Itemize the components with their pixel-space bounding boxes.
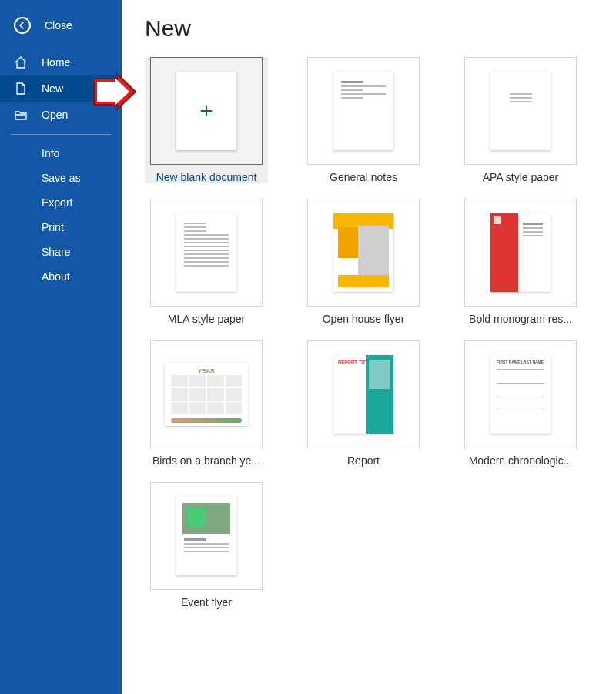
- template-label: Modern chronologic...: [459, 454, 582, 467]
- template-label: General notes: [302, 171, 425, 183]
- calendar-title: YEAR: [165, 367, 248, 374]
- callout-arrow-icon: [85, 72, 139, 113]
- close-button[interactable]: Close: [0, 0, 122, 49]
- nav-item-saveas[interactable]: Save as: [0, 166, 122, 190]
- template-thumb: FIRST NAME LAST NAME: [464, 340, 577, 448]
- sidebar: Close Home New: [0, 0, 122, 694]
- template-label: Birds on a branch ye...: [145, 454, 268, 467]
- nav-label: New: [42, 82, 63, 95]
- back-arrow-icon: [14, 17, 31, 34]
- template-thumb: [464, 57, 577, 165]
- sidebar-divider: [11, 134, 111, 135]
- template-label: New blank document: [145, 171, 268, 183]
- nav-item-home[interactable]: Home: [0, 49, 122, 75]
- template-thumb: [150, 199, 263, 307]
- template-gallery: + New blank document General notes: [145, 57, 601, 609]
- new-doc-icon: [14, 82, 28, 96]
- plus-icon: +: [199, 98, 213, 124]
- template-birds-calendar[interactable]: YEAR Birds on a branch ye...: [145, 340, 268, 467]
- template-mla[interactable]: MLA style paper: [145, 199, 268, 325]
- template-label: Bold monogram res...: [459, 313, 582, 325]
- nav-label: Home: [42, 56, 70, 69]
- template-bold-monogram-resume[interactable]: Bold monogram res...: [459, 199, 582, 325]
- open-folder-icon: [14, 108, 28, 122]
- nav-label: Info: [42, 147, 59, 159]
- template-event-flyer[interactable]: Event flyer: [145, 482, 268, 609]
- resume-name-label: FIRST NAME LAST NAME: [497, 360, 544, 364]
- nav-item-info[interactable]: Info: [0, 141, 122, 166]
- home-icon: [14, 55, 28, 69]
- nav-label: Share: [42, 246, 70, 258]
- template-general-notes[interactable]: General notes: [302, 57, 425, 183]
- nav-item-about[interactable]: About: [0, 264, 122, 289]
- nav-item-new[interactable]: New: [0, 75, 122, 102]
- secondary-nav: Info Save as Export Print Share About: [0, 141, 122, 289]
- template-thumb: [464, 199, 577, 307]
- close-label: Close: [45, 19, 72, 32]
- primary-nav: Home New Open: [0, 49, 122, 128]
- template-thumb: +: [150, 57, 263, 165]
- template-label: MLA style paper: [145, 313, 268, 325]
- template-label: APA style paper: [459, 171, 582, 183]
- template-thumb: [307, 57, 420, 165]
- nav-item-export[interactable]: Export: [0, 190, 122, 215]
- template-open-house-flyer[interactable]: Open house flyer: [302, 199, 425, 325]
- nav-label: Export: [42, 196, 72, 209]
- page-title: New: [145, 15, 601, 42]
- template-thumb: REPORT TITLE: [307, 340, 420, 448]
- nav-label: Save as: [42, 172, 81, 184]
- main-content: New + New blank document General notes: [122, 0, 616, 694]
- nav-label: Print: [42, 221, 64, 233]
- nav-label: Open: [42, 109, 68, 121]
- nav-item-print[interactable]: Print: [0, 215, 122, 240]
- template-report[interactable]: REPORT TITLE Report: [302, 340, 425, 467]
- template-label: Event flyer: [145, 596, 268, 609]
- template-thumb: YEAR: [150, 340, 263, 448]
- nav-label: About: [42, 270, 70, 283]
- template-label: Open house flyer: [302, 313, 425, 325]
- template-blank[interactable]: + New blank document: [145, 57, 268, 183]
- template-modern-chronological-resume[interactable]: FIRST NAME LAST NAME Modern chronologic.…: [459, 340, 582, 467]
- template-thumb: [307, 199, 420, 307]
- nav-item-share[interactable]: Share: [0, 240, 122, 264]
- template-apa[interactable]: APA style paper: [459, 57, 582, 183]
- template-thumb: [150, 482, 263, 590]
- template-label: Report: [302, 454, 425, 467]
